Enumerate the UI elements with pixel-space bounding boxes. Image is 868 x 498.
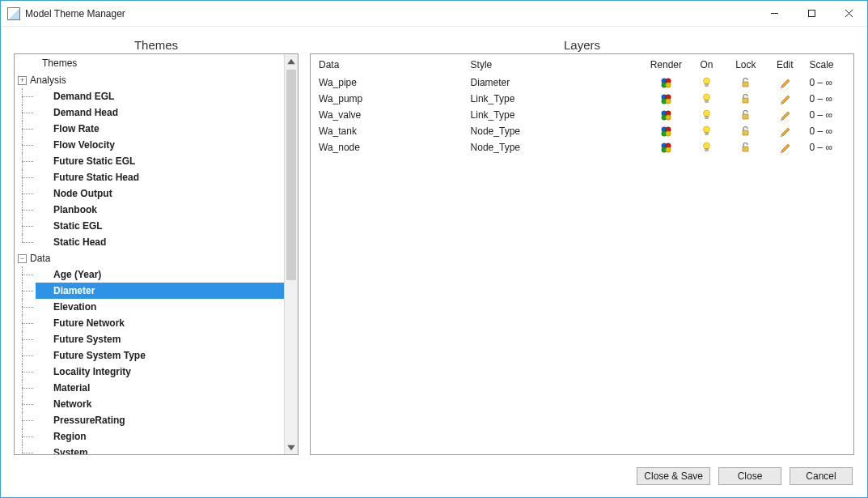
tree-item[interactable]: Demand EGL <box>15 88 284 104</box>
layer-row[interactable]: Wa_pumpLink_Type0 – ∞ <box>311 91 853 107</box>
lock-open-icon[interactable] <box>726 107 765 123</box>
themes-scrollbar[interactable] <box>284 54 298 454</box>
tree-item[interactable]: Future Static Head <box>15 169 284 185</box>
layer-data-cell: Wa_tank <box>311 123 466 139</box>
scroll-down-icon[interactable] <box>285 441 298 454</box>
col-header-lock[interactable]: Lock <box>726 54 765 74</box>
pencil-edit-icon[interactable] <box>765 139 804 155</box>
tree-branch-icon <box>15 445 36 454</box>
tree-item[interactable]: System <box>15 445 284 454</box>
tree-item[interactable]: Locality Integrity <box>15 364 284 380</box>
render-icon[interactable] <box>645 139 687 155</box>
tree-item[interactable]: Node Output <box>15 185 284 202</box>
scroll-track[interactable] <box>285 68 298 441</box>
col-header-edit[interactable]: Edit <box>765 54 804 74</box>
lock-open-icon[interactable] <box>726 91 765 107</box>
render-icon[interactable] <box>645 91 687 107</box>
tree-item[interactable]: Demand Head <box>15 104 284 121</box>
layer-row[interactable]: Wa_nodeNode_Type0 – ∞ <box>311 139 853 155</box>
themes-tree[interactable]: Themes+AnalysisDemand EGLDemand HeadFlow… <box>15 54 284 454</box>
tree-item[interactable]: Future Network <box>15 315 284 331</box>
tree-item-label: Region <box>36 428 284 445</box>
scroll-thumb[interactable] <box>286 70 296 280</box>
tree-item[interactable]: Diameter <box>15 283 284 299</box>
tree-branch-icon <box>15 283 36 299</box>
pencil-edit-icon[interactable] <box>765 91 804 107</box>
layers-box: Data Style Render On Lock Edit Scale Wa_… <box>310 53 854 455</box>
lock-open-icon[interactable] <box>726 123 765 139</box>
layer-scale-cell: 0 – ∞ <box>804 74 853 91</box>
pencil-edit-icon[interactable] <box>765 107 804 123</box>
tree-item[interactable]: Material <box>15 380 284 396</box>
tree-item-label: Flow Rate <box>36 121 284 137</box>
titlebar: Model Theme Manager <box>1 1 867 27</box>
tree-item-label: PressureRating <box>36 412 284 428</box>
tree-item-label: Future Static EGL <box>36 153 284 169</box>
layer-row[interactable]: Wa_valveLink_Type0 – ∞ <box>311 107 853 123</box>
col-header-style[interactable]: Style <box>466 54 646 74</box>
col-header-on[interactable]: On <box>687 54 726 74</box>
tree-item[interactable]: Elevation <box>15 299 284 315</box>
layer-style-cell: Diameter <box>466 74 646 91</box>
collapse-icon[interactable]: − <box>18 254 27 263</box>
tree-item[interactable]: Flow Rate <box>15 121 284 137</box>
layer-data-cell: Wa_valve <box>311 107 466 123</box>
bulb-on-icon[interactable] <box>687 74 726 91</box>
tree-item[interactable]: Static Head <box>15 234 284 250</box>
lock-open-icon[interactable] <box>726 74 765 91</box>
render-icon[interactable] <box>645 107 687 123</box>
tree-item-label: Material <box>36 380 284 396</box>
tree-branch-icon <box>15 380 36 396</box>
tree-item[interactable]: Future System <box>15 331 284 347</box>
tree-branch-icon <box>15 364 36 380</box>
layers-panel-title: Layers <box>310 38 854 53</box>
tree-branch-icon <box>15 137 36 153</box>
collapse-icon[interactable]: + <box>18 76 27 85</box>
col-header-scale[interactable]: Scale <box>804 54 853 74</box>
tree-item[interactable]: Age (Year) <box>15 266 284 283</box>
themes-box: Themes+AnalysisDemand EGLDemand HeadFlow… <box>14 53 299 455</box>
close-save-button[interactable]: Close & Save <box>637 467 710 485</box>
tree-item[interactable]: Static EGL <box>15 218 284 234</box>
cancel-button[interactable]: Cancel <box>790 467 853 485</box>
col-header-data[interactable]: Data <box>311 54 466 74</box>
bulb-on-icon[interactable] <box>687 107 726 123</box>
tree-item[interactable]: Flow Velocity <box>15 137 284 153</box>
tree-item[interactable]: Future Static EGL <box>15 153 284 169</box>
content-area: Themes Themes+AnalysisDemand EGLDemand H… <box>1 27 867 462</box>
close-window-button[interactable] <box>830 1 867 27</box>
tree-item-label: Static Head <box>36 234 284 250</box>
scroll-up-icon[interactable] <box>285 54 298 68</box>
tree-branch-icon <box>15 266 36 283</box>
tree-item[interactable]: Planbook <box>15 202 284 218</box>
tree-item[interactable]: Future System Type <box>15 347 284 364</box>
minimize-button[interactable] <box>756 1 793 27</box>
tree-item-label: Flow Velocity <box>36 137 284 153</box>
tree-branch-icon <box>15 412 36 428</box>
tree-group[interactable]: −Data <box>15 250 284 266</box>
layer-row[interactable]: Wa_tankNode_Type0 – ∞ <box>311 123 853 139</box>
tree-branch-icon <box>15 218 36 234</box>
layer-scale-cell: 0 – ∞ <box>804 139 853 155</box>
tree-item-label: Future System <box>36 331 284 347</box>
tree-item-label: Planbook <box>36 202 284 218</box>
layer-row[interactable]: Wa_pipeDiameter0 – ∞ <box>311 74 853 91</box>
render-icon[interactable] <box>645 74 687 91</box>
lock-open-icon[interactable] <box>726 139 765 155</box>
tree-item[interactable]: Network <box>15 396 284 412</box>
bulb-on-icon[interactable] <box>687 91 726 107</box>
tree-item-label: Network <box>36 396 284 412</box>
tree-item[interactable]: PressureRating <box>15 412 284 428</box>
col-header-render[interactable]: Render <box>645 54 687 74</box>
tree-branch-icon <box>15 331 36 347</box>
render-icon[interactable] <box>645 123 687 139</box>
tree-group[interactable]: +Analysis <box>15 72 284 88</box>
tree-group-label: Data <box>30 253 50 264</box>
tree-item[interactable]: Region <box>15 428 284 445</box>
maximize-button[interactable] <box>793 1 830 27</box>
pencil-edit-icon[interactable] <box>765 74 804 91</box>
bulb-on-icon[interactable] <box>687 123 726 139</box>
close-button[interactable]: Close <box>718 467 781 485</box>
bulb-on-icon[interactable] <box>687 139 726 155</box>
pencil-edit-icon[interactable] <box>765 123 804 139</box>
